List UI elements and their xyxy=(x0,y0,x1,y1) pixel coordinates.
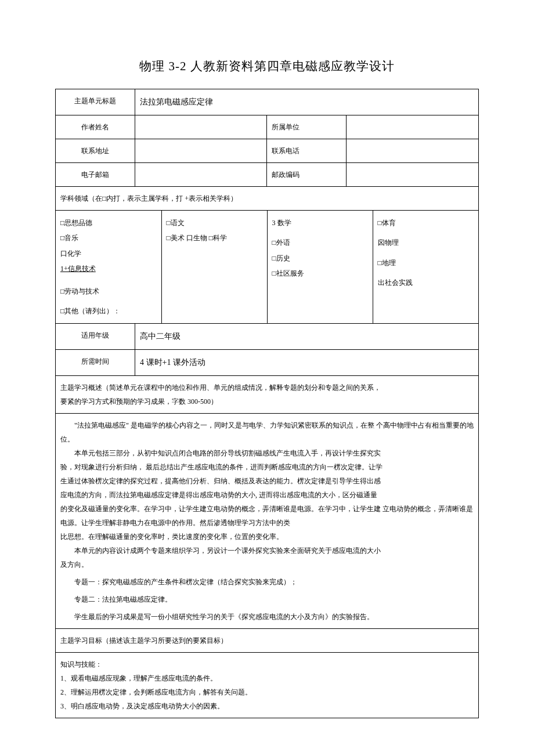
main-table: 主题单元标题 法拉第电磁感应定律 作者姓名 所属单位 联系地址 联系电话 电子邮… xyxy=(55,89,479,718)
subject-item: □体育 xyxy=(378,215,474,230)
goals-l2: 2、理解运用楞次定律，会判断感应电流方向，解答有关问题。 xyxy=(60,685,474,699)
row-time: 所需时间 4 课时+1 课外活动 xyxy=(56,350,479,376)
row-subjects: □思想品德 □音乐 口化学 1+信息技术 □劳动与技术 □其他（请列出）： □语… xyxy=(56,211,479,324)
overview-header: 主题学习概述（简述单元在课程中的地位和作用、单元的组成情况，解释专题的划分和专题… xyxy=(56,376,479,414)
goal-header: 主题学习目标（描述该主题学习所要达到的要紧目标） xyxy=(56,629,479,653)
row-domain-header: 学科领域（在□内打，表示主属学科，打 +表示相关学科） xyxy=(56,187,479,211)
label-theme-title: 主题单元标题 xyxy=(56,89,135,115)
value-email xyxy=(135,163,267,187)
label-phone: 联系电话 xyxy=(267,139,347,163)
value-org xyxy=(347,115,479,139)
subject-item: □美术 口生物 □科学 xyxy=(167,230,262,245)
row-overview-header: 主题学习概述（简述单元在课程中的地位和作用、单元的组成情况，解释专题的划分和专题… xyxy=(56,376,479,414)
label-time: 所需时间 xyxy=(56,350,135,376)
overview-p2d: 应电流的方向，而法拉第电磁感应定律是得出感应电动势的大小, 进而得出感应电流的大… xyxy=(60,488,474,502)
subject-item: □思想品德 xyxy=(60,215,157,230)
overview-header-line2: 要紧的学习方式和预期的学习成果，字数 300-500） xyxy=(60,395,474,408)
subject-item: 1+信息技术 xyxy=(60,261,157,276)
row-address: 联系地址 联系电话 xyxy=(56,139,479,163)
overview-t1: 专题一：探究电磁感应的产生条件和楞次定律（结合探究实验来完成）； xyxy=(60,575,474,589)
subject-item: 3 数学 xyxy=(272,215,368,230)
subjects-col2: □语文 □美术 口生物 □科学 xyxy=(161,211,267,323)
overview-p2f: 比思想。在理解磁通量的变化率时，类比速度的变化率，位置的变化率。 xyxy=(60,530,474,544)
value-grade: 高中二年级 xyxy=(135,324,479,350)
label-email: 电子邮箱 xyxy=(56,163,135,187)
value-author xyxy=(135,115,267,139)
goals-l3: 3、明白感应电动势，及决定感应电动势大小的因素。 xyxy=(60,699,474,713)
overview-final: 学生最后的学习成果是写一份小组研究性学习的关于《探究感应电流的大小及方向》的实验… xyxy=(60,610,474,624)
row-overview-body: "法拉第电磁感应" 是电磁学的核心内容之一，同时又是与电学、力学知识紧密联系的知… xyxy=(56,414,479,629)
subject-item: 囟物理 xyxy=(378,235,474,250)
overview-p3b: 及方向。 xyxy=(60,558,474,571)
overview-p2a: 本单元包括三部分，从初中知识点闭合电路的部分导线切割磁感线产生电流入手，再设计学… xyxy=(60,446,474,460)
doc-title: 物理 3-2 人教新资料第四章电磁感应教学设计 xyxy=(55,58,479,74)
goals-heading: 知识与技能： xyxy=(60,657,474,671)
overview-body: "法拉第电磁感应" 是电磁学的核心内容之一，同时又是与电学、力学知识紧密联系的知… xyxy=(56,414,479,629)
subject-item: □社区服务 xyxy=(272,266,368,281)
label-org: 所属单位 xyxy=(267,115,347,139)
overview-p1: "法拉第电磁感应" 是电磁学的核心内容之一，同时又是与电学、力学知识紧密联系的知… xyxy=(60,418,474,446)
subject-item: □劳动与技术 xyxy=(60,284,157,299)
subjects-col1: □思想品德 □音乐 口化学 1+信息技术 □劳动与技术 □其他（请列出）： xyxy=(56,211,161,323)
row-goals: 知识与技能： 1、观看电磁感应现象，理解产生感应电流的条件。 2、理解运用楞次定… xyxy=(56,653,479,718)
row-theme-title: 主题单元标题 法拉第电磁感应定律 xyxy=(56,89,479,115)
goals-l1: 1、观看电磁感应现象，理解产生感应电流的条件。 xyxy=(60,671,474,685)
subject-item: 口化学 xyxy=(60,246,157,261)
row-author: 作者姓名 所属单位 xyxy=(56,115,479,139)
overview-p3a: 本单元的内容设计成两个专题来组织学习，另设计一个课外探究实验来全面研究关于感应电… xyxy=(60,544,474,558)
value-postal xyxy=(347,163,479,187)
value-phone xyxy=(347,139,479,163)
subject-item: □语文 xyxy=(167,215,262,230)
label-address: 联系地址 xyxy=(56,139,135,163)
row-goal-header: 主题学习目标（描述该主题学习所要达到的要紧目标） xyxy=(56,629,479,653)
value-time: 4 课时+1 课外活动 xyxy=(135,350,479,376)
subject-item: □外语 xyxy=(272,235,368,250)
subject-item: □其他（请列出）： xyxy=(60,303,157,319)
subject-item: □历史 xyxy=(272,251,368,266)
subjects-col4: □体育 囟物理 □地理 出社会实践 xyxy=(373,211,478,323)
overview-header-line1: 主题学习概述（简述单元在课程中的地位和作用、单元的组成情况，解释专题的划分和专题… xyxy=(60,381,474,395)
domain-header: 学科领域（在□内打，表示主属学科，打 +表示相关学科） xyxy=(56,187,479,211)
subjects-table: □思想品德 □音乐 口化学 1+信息技术 □劳动与技术 □其他（请列出）： □语… xyxy=(56,211,478,323)
row-email: 电子邮箱 邮政编码 xyxy=(56,163,479,187)
label-postal: 邮政编码 xyxy=(267,163,347,187)
goals-body: 知识与技能： 1、观看电磁感应现象，理解产生感应电流的条件。 2、理解运用楞次定… xyxy=(56,653,479,718)
overview-p2e: 的变化及磁通量的变化率。在学习中，让学生建立电动势的概念，弄清晰谁是电源。在学习… xyxy=(60,502,474,530)
value-theme-title: 法拉第电磁感应定律 xyxy=(135,89,479,115)
label-grade: 适用年级 xyxy=(56,324,135,350)
subject-item: □地理 xyxy=(378,255,474,270)
overview-p2c: 生通过体验楞次定律的探究过程，提高他们分析、归纳、概括及表达的能力。楞次定律是引… xyxy=(60,474,474,488)
value-address xyxy=(135,139,267,163)
subject-item: □音乐 xyxy=(60,230,157,245)
subjects-col3: 3 数学 □外语 □历史 □社区服务 xyxy=(267,211,373,323)
overview-t2: 专题二：法拉第电磁感应定律。 xyxy=(60,592,474,606)
overview-p2b: 验，对现象进行分析归纳， 最后总结出产生感应电流的条件，进而判断感应电流的方向一… xyxy=(60,460,474,474)
subject-item: 出社会实践 xyxy=(378,275,474,290)
row-grade: 适用年级 高中二年级 xyxy=(56,324,479,350)
label-author: 作者姓名 xyxy=(56,115,135,139)
